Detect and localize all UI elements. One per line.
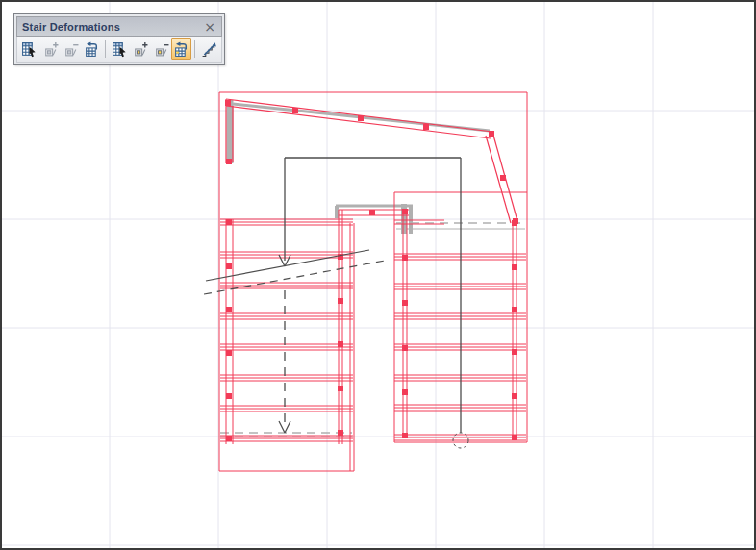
stairs-arrow-icon xyxy=(201,41,217,58)
palette-titlebar[interactable]: Stair Deformations × xyxy=(16,16,222,37)
node-minus-icon xyxy=(63,41,79,58)
table-cursor-icon xyxy=(112,41,128,58)
stair-deformation-tool-button[interactable] xyxy=(198,38,219,60)
value-minus-icon xyxy=(153,41,169,58)
insert-node-button[interactable] xyxy=(40,38,62,60)
table-cursor-icon xyxy=(21,41,38,58)
drawing-area[interactable] xyxy=(2,2,754,548)
toolbar-separator xyxy=(105,40,106,58)
table-revert-icon xyxy=(84,41,100,58)
value-plus-icon xyxy=(132,41,148,58)
reset-values-button[interactable] xyxy=(171,38,192,60)
app-window: Stair Deformations × xyxy=(0,0,756,550)
edit-deformation-table-button[interactable] xyxy=(19,38,40,60)
delete-value-button[interactable] xyxy=(150,38,171,60)
close-icon[interactable]: × xyxy=(203,21,216,33)
value-revert-icon xyxy=(173,41,189,58)
edit-value-table-button[interactable] xyxy=(109,38,130,60)
toolbar-separator xyxy=(194,40,195,58)
palette-title: Stair Deformations xyxy=(22,21,203,33)
stair-deformations-palette: Stair Deformations × xyxy=(13,13,225,65)
delete-node-button[interactable] xyxy=(61,38,82,60)
insert-value-button[interactable] xyxy=(130,38,151,60)
reset-table-button[interactable] xyxy=(82,38,103,60)
palette-toolbar xyxy=(16,37,222,62)
node-plus-icon xyxy=(42,41,59,58)
